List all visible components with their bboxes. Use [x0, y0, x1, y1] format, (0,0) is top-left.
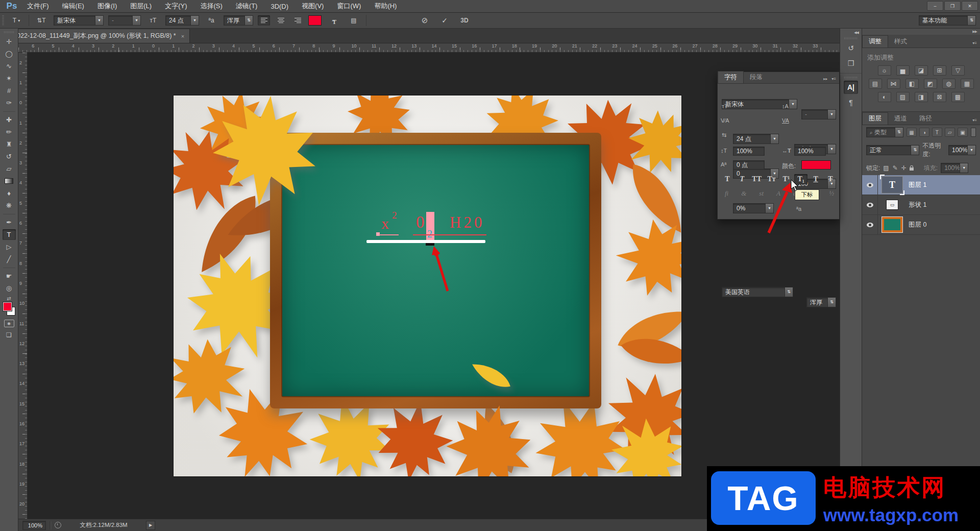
lock-all-icon[interactable]: [910, 167, 914, 171]
channel-mixer-icon[interactable]: ◍: [942, 79, 955, 89]
filter-adjustment-icon[interactable]: ◑: [919, 128, 929, 137]
menu-item[interactable]: 图层(L): [124, 0, 158, 12]
all-caps-button[interactable]: TT: [750, 174, 764, 184]
paragraph-panel-button[interactable]: ¶: [844, 96, 858, 109]
tab-adjustments[interactable]: 调整: [862, 35, 888, 47]
history-panel-icon[interactable]: ↺: [844, 41, 858, 55]
lock-pixels-icon[interactable]: ✎: [893, 164, 898, 172]
align-right-button[interactable]: [291, 15, 304, 26]
tab-channels[interactable]: 通道: [888, 113, 913, 125]
zoom-level-field[interactable]: 100%: [22, 521, 46, 530]
blur-tool[interactable]: ♦: [3, 188, 16, 199]
text-layer-thumbnail[interactable]: T: [881, 176, 903, 194]
tab-paragraph[interactable]: 段落: [744, 71, 769, 83]
spinner-icon[interactable]: ⇅: [827, 298, 836, 307]
panel-menu-icon[interactable]: ▾≡: [831, 77, 836, 81]
eraser-tool[interactable]: ▱: [3, 163, 16, 174]
font-size-select[interactable]: 24 点▾: [165, 15, 199, 26]
visibility-toggle[interactable]: [862, 195, 878, 214]
3d-button[interactable]: 3D: [457, 15, 472, 26]
menu-item[interactable]: 文字(Y): [158, 0, 193, 12]
text-color-swatch[interactable]: [308, 15, 322, 26]
strikethrough-button[interactable]: T: [824, 174, 837, 184]
pen-tool[interactable]: ✒: [3, 217, 16, 228]
invert-icon[interactable]: ◐: [878, 92, 891, 102]
type-tool[interactable]: T: [3, 229, 16, 240]
spinner-icon[interactable]: ⇅: [895, 128, 903, 137]
move-tool[interactable]: ✛: [3, 36, 16, 47]
status-menu-button[interactable]: ▶: [146, 521, 155, 530]
brightness-contrast-icon[interactable]: ☼: [878, 65, 891, 76]
swap-colors-icon[interactable]: ⇄: [7, 296, 11, 301]
layer-filter-select[interactable]: ⌕ 类型 ⇅: [866, 127, 903, 137]
vibrance-icon[interactable]: ▽: [951, 65, 965, 76]
align-center-button[interactable]: [275, 15, 287, 26]
dock-grip[interactable]: [844, 77, 857, 79]
warp-text-button[interactable]: ⌢T: [326, 15, 341, 26]
menu-item[interactable]: 视图(V): [295, 0, 330, 12]
smudge-tool[interactable]: ❋: [3, 200, 16, 211]
visibility-toggle[interactable]: [862, 215, 878, 234]
minimize-button[interactable]: –: [927, 1, 943, 11]
font-family-select[interactable]: 新宋体▾: [54, 15, 104, 26]
stylistic-button[interactable]: st: [759, 189, 764, 198]
lasso-tool[interactable]: ∿: [3, 61, 16, 71]
layer-row-image[interactable]: 图层 0: [862, 215, 980, 235]
chevron-down-icon[interactable]: ▾: [789, 100, 797, 109]
magic-wand-tool[interactable]: ✶: [3, 73, 16, 84]
posterize-icon[interactable]: ▨: [896, 92, 910, 102]
char-anti-alias-select[interactable]: 浑厚⇅: [806, 297, 836, 307]
marquee-tool[interactable]: ◯: [3, 49, 16, 59]
text-orientation-button[interactable]: ⇅T: [34, 15, 49, 26]
visibility-toggle[interactable]: [862, 175, 878, 195]
chevron-down-icon[interactable]: ▾: [827, 110, 836, 119]
char-font-size-select[interactable]: 24 点▾: [733, 134, 779, 144]
healing-brush-tool[interactable]: ✚: [3, 114, 16, 125]
language-select[interactable]: 美国英语⇅: [722, 287, 793, 297]
document-tab[interactable]: 2022-12-08_111449_副本.png @ 100% (形状 1, R…: [8, 29, 190, 43]
shape-layer-thumbnail[interactable]: ▭: [886, 200, 898, 210]
swash-button[interactable]: &: [741, 189, 746, 198]
gradient-tool[interactable]: [3, 176, 16, 186]
expand-panels-icon[interactable]: ▶▶: [862, 29, 980, 35]
menu-item[interactable]: 3D(D): [264, 0, 295, 12]
threshold-icon[interactable]: ◨: [915, 92, 928, 102]
close-tab-icon[interactable]: ×: [181, 33, 184, 39]
menu-item[interactable]: 文件(F): [20, 0, 56, 12]
fractions-button[interactable]: ½: [829, 189, 834, 198]
filter-type-icon[interactable]: T: [932, 128, 942, 137]
layer-row-shape[interactable]: ▭ 形状 1: [862, 195, 980, 215]
path-selection-tool[interactable]: ▷: [3, 242, 16, 252]
photo-filter-icon[interactable]: ◩: [924, 79, 937, 89]
selective-color-icon[interactable]: ⊠: [933, 92, 946, 102]
image-layer-thumbnail[interactable]: [882, 217, 902, 232]
zoom-tool[interactable]: ◎: [3, 283, 16, 294]
eyedropper-tool[interactable]: ✑: [3, 98, 16, 108]
tool-preset-picker[interactable]: T ▾: [9, 15, 24, 26]
layer-row-text[interactable]: T 图层 1: [862, 175, 980, 195]
character-panel-button[interactable]: A|: [844, 81, 858, 94]
layer-name[interactable]: 形状 1: [909, 201, 926, 209]
layer-name[interactable]: 图层 0: [909, 221, 926, 229]
spinner-icon[interactable]: ⇅: [244, 16, 253, 25]
horizontal-ruler[interactable]: 6543210123456789101112131415161718192021…: [18, 43, 840, 53]
hue-saturation-icon[interactable]: ▤: [869, 79, 882, 89]
font-style-select[interactable]: -▾: [108, 15, 141, 26]
chevron-down-icon[interactable]: ▾: [132, 16, 140, 25]
fill-select[interactable]: 100%▾: [941, 163, 968, 173]
layer-name[interactable]: 图层 1: [909, 181, 926, 189]
quick-mask-button[interactable]: ◉: [4, 320, 14, 327]
char-color-swatch[interactable]: [801, 160, 831, 170]
chevron-down-icon[interactable]: ▾: [960, 163, 968, 173]
chevron-down-icon[interactable]: ▾: [770, 134, 778, 143]
collapse-panel-icon[interactable]: ▸▸: [823, 77, 827, 81]
align-left-button[interactable]: [258, 15, 270, 26]
filter-shape-icon[interactable]: ▱: [945, 128, 955, 137]
vertical-ruler[interactable]: 210123456789101112131415161718192021: [18, 53, 28, 519]
document-canvas[interactable]: x 2 0 2 H20: [174, 95, 681, 476]
hand-tool[interactable]: ☛: [3, 271, 16, 281]
menu-item[interactable]: 窗口(W): [330, 0, 368, 12]
menu-item[interactable]: 编辑(E): [56, 0, 91, 12]
spinner-icon[interactable]: ⇅: [967, 16, 975, 25]
char-font-style-select[interactable]: -▾: [801, 109, 836, 119]
